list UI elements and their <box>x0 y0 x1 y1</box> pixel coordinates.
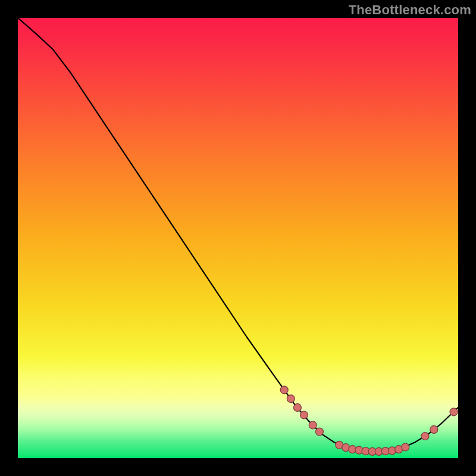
data-dot <box>293 403 301 411</box>
chart-stage: TheBottleneck.com <box>0 0 476 476</box>
data-dot <box>300 411 308 419</box>
data-dot <box>315 428 323 436</box>
data-dot <box>280 386 288 394</box>
chart-svg <box>18 18 458 458</box>
data-dot <box>309 421 317 429</box>
data-dot <box>430 425 438 433</box>
data-dot <box>402 443 409 451</box>
plot-area <box>18 18 458 458</box>
data-dot <box>450 408 458 416</box>
data-dot <box>421 433 429 440</box>
watermark-text: TheBottleneck.com <box>349 2 471 18</box>
bottleneck-curve <box>18 18 458 452</box>
data-dots <box>280 386 458 456</box>
data-dot <box>287 395 295 403</box>
